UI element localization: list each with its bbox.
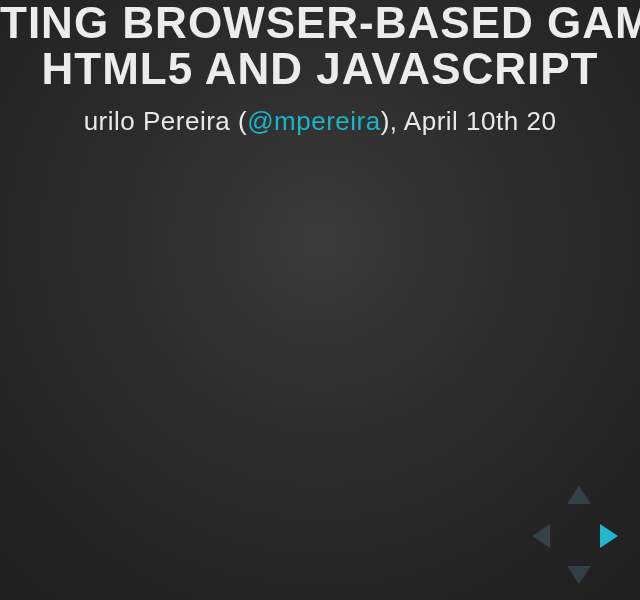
byline-prefix: urilo Pereira (	[84, 106, 248, 136]
nav-up-icon	[567, 486, 591, 504]
navigation-controls	[520, 480, 630, 590]
byline: urilo Pereira (@mpereira), April 10th 20	[0, 106, 640, 137]
title-line-2: HTML5 AND JAVASCRIPT	[0, 46, 640, 92]
nav-left-icon	[532, 524, 550, 548]
nav-down-icon	[567, 566, 591, 584]
byline-suffix: ), April 10th 20	[381, 106, 557, 136]
title-line-1: TING BROWSER-BASED GAMES	[0, 0, 640, 47]
nav-right-icon[interactable]	[600, 524, 618, 548]
author-handle-link[interactable]: @mpereira	[247, 106, 380, 136]
slide-title: TING BROWSER-BASED GAMES HTML5 AND JAVAS…	[0, 0, 640, 92]
title-slide: TING BROWSER-BASED GAMES HTML5 AND JAVAS…	[0, 0, 640, 600]
